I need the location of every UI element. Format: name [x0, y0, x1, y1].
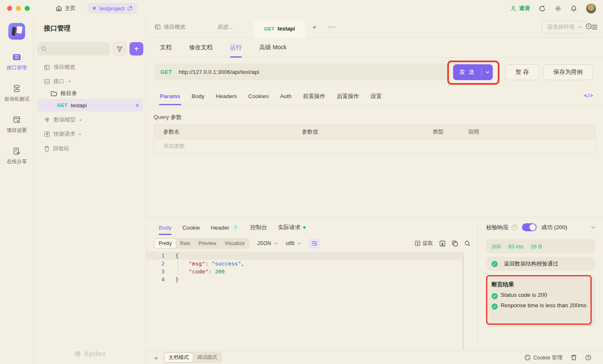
- code-line: 3 "code": 200: [146, 268, 464, 276]
- view-visualize[interactable]: Visualize: [220, 239, 249, 248]
- left-rail: 接口管理 自动化测试 项目设置 在线分享: [0, 17, 34, 364]
- close-window-button[interactable]: [7, 6, 12, 11]
- invite-user-icon: [511, 5, 517, 12]
- status-code: 200: [492, 243, 501, 250]
- tab-auth[interactable]: Auth: [280, 88, 291, 105]
- cookie-manage-label: Cookie 管理: [533, 354, 562, 361]
- tab-post-ops[interactable]: 后置操作: [337, 88, 359, 105]
- filter-button[interactable]: [113, 42, 126, 56]
- sidebar-item-root-dir[interactable]: 根目录: [37, 87, 143, 100]
- caret-right-icon: ▸: [79, 132, 81, 136]
- window-controls: [7, 6, 30, 11]
- collapse-sidebar-icon[interactable]: «: [155, 354, 158, 361]
- tab-project-overview[interactable]: 项目概览: [149, 17, 191, 38]
- tab-body[interactable]: Body: [192, 88, 205, 105]
- rail-item-project-settings[interactable]: 项目设置: [0, 115, 33, 134]
- stash-button[interactable]: 暂 存: [505, 64, 539, 80]
- cookie-manage-button[interactable]: Cookie 管理: [524, 354, 562, 361]
- tab-headers[interactable]: Headers: [216, 88, 237, 105]
- tab-edit-doc[interactable]: 修改文档: [189, 38, 213, 58]
- rail-item-api-manage[interactable]: 接口管理: [0, 53, 33, 71]
- copy-icon[interactable]: [452, 240, 458, 247]
- format-dropdown[interactable]: JSON: [257, 240, 278, 246]
- sidebar-item-overview[interactable]: 项目概览: [37, 61, 143, 73]
- validation-status[interactable]: 成功 (200): [541, 224, 567, 231]
- sync-icon[interactable]: [539, 5, 546, 12]
- sidebar-item-trash[interactable]: 回收站: [37, 142, 143, 155]
- search-icon[interactable]: [464, 240, 471, 247]
- maximize-window-button[interactable]: [25, 6, 30, 11]
- send-dropdown-icon[interactable]: [482, 71, 493, 73]
- tab-pre-ops[interactable]: 前置操作: [303, 88, 325, 105]
- rail-item-online-share[interactable]: 在线分享: [0, 147, 33, 165]
- tab-actual-request[interactable]: 实际请求: [278, 220, 306, 235]
- apifox-logo[interactable]: [8, 23, 25, 40]
- environment-selector[interactable]: 请选择环境: [542, 21, 587, 33]
- tab-params[interactable]: Params: [160, 88, 180, 105]
- sidebar-item-data-model[interactable]: 数据模型 ▸: [37, 114, 143, 126]
- download-icon[interactable]: [439, 240, 446, 247]
- tab-settings[interactable]: 设置: [370, 88, 382, 105]
- view-preview[interactable]: Preview: [194, 239, 220, 248]
- theme-icon[interactable]: [570, 354, 577, 361]
- rail-item-auto-test[interactable]: 自动化测试: [0, 84, 33, 103]
- line-number: 1: [146, 252, 165, 260]
- editor-scrollbar[interactable]: [463, 253, 464, 350]
- view-raw[interactable]: Raw: [176, 239, 194, 248]
- help-circle-icon[interactable]: [585, 354, 591, 361]
- word-wrap-toggle[interactable]: [309, 238, 320, 248]
- method-label: GET: [160, 69, 172, 75]
- debug-mode-option[interactable]: 调试模式: [193, 353, 221, 362]
- extract-button[interactable]: 提取: [415, 240, 433, 247]
- query-section-title: Query 参数: [154, 114, 182, 121]
- sidebar-item-testapi[interactable]: GET testapi: [37, 99, 143, 111]
- footer-right: Cookie 管理: [524, 354, 591, 361]
- tab-response-header[interactable]: Header 7: [211, 220, 239, 235]
- tab-advanced-mock[interactable]: 高级 Mock: [259, 38, 286, 58]
- view-pretty[interactable]: Pretty: [155, 239, 176, 248]
- minimize-window-button[interactable]: [16, 6, 21, 11]
- tree-label: 接口: [53, 78, 64, 85]
- search-input[interactable]: [49, 46, 104, 52]
- tab-response-cookie[interactable]: Cookie: [182, 220, 200, 235]
- bell-icon[interactable]: [570, 5, 577, 12]
- tab-response-body[interactable]: Body: [159, 220, 172, 235]
- tab-label: Headers: [216, 93, 237, 99]
- validation-toggle[interactable]: [522, 223, 537, 231]
- help-icon[interactable]: ?: [512, 225, 517, 230]
- home-button[interactable]: 主页: [56, 5, 76, 12]
- url-input[interactable]: GET http://127.0.0.1:3006/api/test/api: [155, 63, 448, 80]
- sidebar-item-quick-request[interactable]: 快捷请求 ▸: [37, 128, 143, 140]
- response-body-editor[interactable]: 1 { 2 "msg": "success", 3 "code": 200 4 …: [146, 252, 464, 351]
- save-as-case-button[interactable]: 保存为用例: [543, 64, 593, 80]
- tab-cookies[interactable]: Cookies: [248, 88, 269, 105]
- send-button[interactable]: 发 送: [453, 64, 493, 80]
- gear-icon[interactable]: [555, 5, 562, 12]
- tab-run[interactable]: 运行: [230, 38, 242, 58]
- rail-item-label: 项目设置: [7, 127, 27, 134]
- tab-doc[interactable]: 文档: [160, 38, 172, 58]
- code-view-icon[interactable]: </>: [584, 93, 593, 99]
- encoding-dropdown[interactable]: utf8: [286, 240, 302, 246]
- tab-console[interactable]: 控制台: [250, 220, 267, 235]
- tab-new[interactable]: 新建...: [211, 17, 238, 38]
- chevron-down-icon[interactable]: [591, 226, 595, 229]
- close-tab-icon[interactable]: ✕: [92, 5, 96, 11]
- response-toolbar: Pretty Raw Preview Visualize JSON utf8: [146, 237, 477, 250]
- sidebar-item-api-group[interactable]: 接口 ▾: [37, 75, 143, 88]
- tab-testapi-active[interactable]: GET testapi: [253, 20, 306, 38]
- avatar[interactable]: [586, 3, 596, 14]
- validation-panel: 校验响应 ? 成功 (200) 200 93 ms 28 B ✓ 返回数据结构校…: [477, 217, 603, 351]
- tab-label: Body: [192, 93, 205, 99]
- add-api-button[interactable]: +: [129, 42, 143, 56]
- doc-mode-option[interactable]: 文档模式: [165, 353, 193, 362]
- history-icon[interactable]: [585, 23, 593, 30]
- search-box[interactable]: [37, 42, 110, 56]
- invite-button[interactable]: 邀请: [511, 5, 530, 12]
- new-tab-button[interactable]: ＋: [306, 22, 323, 32]
- col-param-value: 参数值: [293, 128, 423, 136]
- more-tabs-button[interactable]: ⋯: [323, 23, 340, 31]
- actual-request-dot: [303, 226, 306, 229]
- project-tab[interactable]: ✕ testproject: [88, 3, 137, 14]
- add-param-row[interactable]: 添加参数: [154, 139, 595, 153]
